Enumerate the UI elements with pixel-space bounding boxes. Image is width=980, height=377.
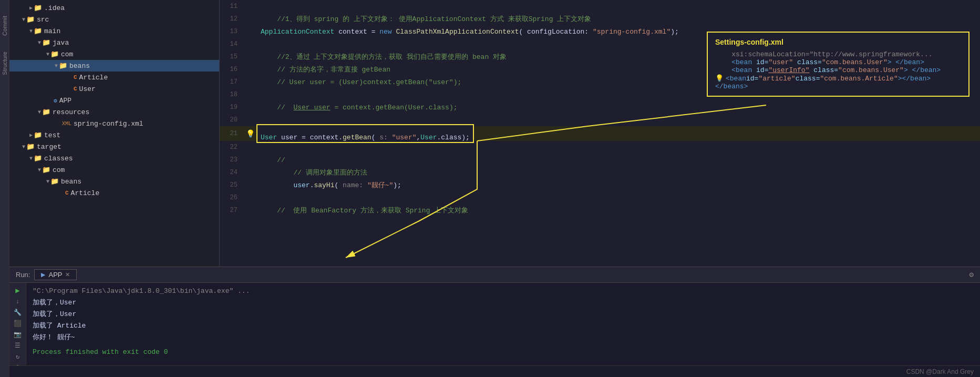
run-header: Run: ▶ APP ✕ ⚙ — [9, 267, 980, 283]
run-tab[interactable]: ▶ APP ✕ — [34, 269, 77, 280]
tree-item-article-target[interactable]: C Article — [9, 187, 219, 199]
tree-item-beans[interactable]: ▼ 📁 beans — [9, 60, 219, 72]
code-line-24: 24 // 调用对象里面的方法 — [220, 166, 980, 179]
sidebar-tree: ▶ 📁 .idea ▼ 📁 src ▼ — [9, 0, 219, 201]
stop-button[interactable]: ⬛ — [12, 320, 24, 328]
code-line-21: 21 💡 User user = context.getBean( s: "us… — [220, 126, 980, 141]
structure-tab[interactable]: Structure — [2, 52, 8, 75]
code-line-23: 23 // — [220, 154, 980, 166]
output-line-1: 加载了，User — [33, 297, 974, 308]
tree-item-main[interactable]: ▼ 📁 main — [9, 25, 219, 37]
settings-config-content: xsi:schemaLocation="http://www.springfra… — [715, 50, 961, 90]
vertical-tabs: Commit Structure — [0, 0, 9, 377]
tree-item-com[interactable]: ▼ 📁 com — [9, 48, 219, 60]
output-line-finish: Process finished with exit code 0 — [33, 346, 974, 358]
code-line-25: 25 user.sayHi( name: "靓仔~"); — [220, 179, 980, 191]
tree-item-spring-config[interactable]: XML spring-config.xml — [9, 118, 219, 129]
tree-item-classes[interactable]: ▼ 📁 classes — [9, 152, 219, 164]
scroll-down-button[interactable]: ↓ — [12, 298, 24, 305]
output-line-3: 加载了 Article — [33, 320, 974, 331]
code-line-12: 12 //1、得到 spring 的 上下文对象： 使用ApplicationC… — [220, 13, 980, 25]
attribution: CSDN @Dark And Grey — [906, 368, 974, 375]
run-tab-label: APP — [48, 271, 62, 279]
run-again-button[interactable]: ↻ — [12, 353, 24, 361]
gear-icon[interactable]: ⚙ — [969, 270, 974, 279]
tree-item-article[interactable]: C Article — [9, 72, 219, 83]
tree-item-app[interactable]: ⚙ APP — [9, 95, 219, 106]
play-button[interactable]: ▶ — [12, 286, 24, 295]
output-line-4: 你好！ 靓仔~ — [33, 331, 974, 343]
sidebar: ▶ 📁 .idea ▼ 📁 src ▼ — [9, 0, 220, 267]
code-line-26: 26 — [220, 191, 980, 204]
camera-button[interactable]: 📷 — [12, 331, 24, 339]
run-body: ▶ ↓ 🔧 ⬛ 📷 ☰ ↻ 🗑 "C:\Program Files\Java\j… — [9, 283, 980, 365]
run-controls: ▶ ↓ 🔧 ⬛ 📷 ☰ ↻ 🗑 — [9, 283, 26, 365]
run-tab-icon: ▶ — [41, 271, 45, 278]
settings-config-popup: Settings-config.xml xsi:schemaLocation="… — [707, 32, 969, 97]
tree-item-beans-target[interactable]: ▼ 📁 beans — [9, 176, 219, 187]
code-line-27: 27 // 使用 BeanFactory 方法，来获取 Spring 上下文对象 — [220, 204, 980, 217]
tree-item-resources[interactable]: ▼ 📁 resources — [9, 106, 219, 118]
code-line-19: 19 // User user = context.getBean(User.c… — [220, 101, 980, 114]
tree-item-src[interactable]: ▼ 📁 src — [9, 14, 219, 25]
tree-item-idea[interactable]: ▶ 📁 .idea — [9, 2, 219, 14]
tree-item-test[interactable]: ▶ 📁 test — [9, 129, 219, 141]
bottom-bar: CSDN @Dark And Grey — [9, 365, 980, 377]
settings-button[interactable]: 🔧 — [12, 309, 24, 317]
tree-item-user[interactable]: C User — [9, 83, 219, 95]
format-button[interactable]: ☰ — [12, 342, 24, 350]
run-output: "C:\Program Files\Java\jdk1.8.0_301\bin\… — [26, 283, 980, 365]
run-tab-close[interactable]: ✕ — [65, 271, 70, 278]
tree-item-java[interactable]: ▼ 📁 java — [9, 37, 219, 48]
output-line-2: 加载了，User — [33, 308, 974, 320]
settings-config-title: Settings-config.xml — [715, 38, 961, 46]
run-panel: Run: ▶ APP ✕ ⚙ ▶ ↓ 🔧 ⬛ 📷 ☰ ↻ — [9, 267, 980, 377]
tree-item-target[interactable]: ▼ 📁 target — [9, 141, 219, 152]
code-line-11: 11 — [220, 0, 980, 13]
code-editor: 11 12 //1、得到 spring 的 上下文对象： 使用Applicati… — [220, 0, 980, 267]
tree-item-com-target[interactable]: ▼ 📁 com — [9, 164, 219, 176]
run-label: Run: — [16, 271, 30, 279]
commit-tab[interactable]: Commit — [2, 16, 8, 36]
output-line-cmd: "C:\Program Files\Java\jdk1.8.0_301\bin\… — [33, 285, 974, 297]
